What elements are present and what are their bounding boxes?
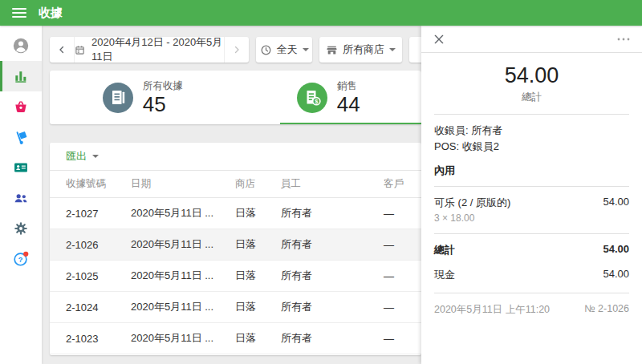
receipt-info: 收銀員: 所有者 POS: 收銀員2: [434, 115, 629, 160]
all-receipts-icon: [103, 83, 133, 113]
clock-icon: [260, 44, 272, 56]
col-date: 日期: [131, 177, 235, 191]
grand-total-amount: 54.00: [603, 243, 629, 257]
item-name: 可乐 (2 / 原版的): [434, 196, 510, 210]
receipt-total-amount: 54.00: [434, 63, 629, 88]
all-receipts-label: 所有收據: [143, 79, 183, 93]
tab-all-receipts[interactable]: 所有收據 45: [50, 71, 236, 124]
svg-text:?: ?: [18, 256, 23, 264]
overflow-menu-button[interactable]: [616, 37, 631, 42]
chevron-down-icon: [92, 155, 99, 158]
receipt-total-block: 54.00 總計: [434, 53, 629, 115]
chevron-left-icon: [56, 44, 67, 55]
calendar-icon: [75, 44, 85, 56]
item-qty-price: 3 × 18.00: [434, 212, 629, 224]
date-range-value[interactable]: 2020年4月12日 - 2020年5月11日: [74, 37, 225, 63]
receipt-totals: 總計 54.00 現金 54.00: [434, 234, 629, 293]
time-filter-value: 全天: [277, 42, 298, 57]
close-icon: [433, 33, 445, 46]
table-row[interactable]: 2-1023 2020年5月11日 ... 日落 所有者 —: [50, 323, 421, 354]
receipt-datetime: 2020年5月11日 上午11:20: [434, 303, 550, 317]
sidebar-item-employees[interactable]: [0, 152, 42, 183]
table-row[interactable]: 2-1025 2020年5月11日 ... 日落 所有者 —: [50, 261, 421, 292]
filter-bar: 2020年4月12日 - 2020年5月11日 全天 所有商店: [50, 37, 446, 63]
selected-tab-indicator: [280, 123, 422, 125]
sidebar-item-inventory[interactable]: [0, 122, 42, 152]
summary-card: 所有收據 45 $ 銷售 44: [50, 71, 421, 124]
id-card-icon: [13, 160, 29, 176]
bar-chart-icon: [13, 68, 29, 84]
time-filter-button[interactable]: 全天: [256, 37, 312, 63]
col-customer: 客戶: [384, 177, 421, 191]
sales-icon: $: [297, 83, 327, 113]
sidebar-item-reports[interactable]: [0, 61, 42, 91]
chevron-down-icon: [389, 48, 396, 51]
top-bar: 收據: [0, 0, 642, 26]
date-range-text: 2020年4月12日 - 2020年5月11日: [91, 35, 224, 64]
col-store: 商店: [235, 177, 281, 191]
table-row[interactable]: 2-1027 2020年5月11日 ... 日落 所有者 —: [50, 198, 421, 229]
receipt-detail-panel: 54.00 總計 收銀員: 所有者 POS: 收銀員2 內用 可乐 (2 / 原…: [421, 26, 642, 364]
store-filter-button[interactable]: 所有商店: [319, 37, 402, 63]
table-row-selected[interactable]: 2-1026 2020年5月11日 ... 日落 所有者 —: [50, 229, 421, 261]
sidebar-item-settings[interactable]: [0, 213, 42, 244]
help-icon: ?: [12, 250, 30, 268]
basket-icon: [13, 99, 29, 115]
receipt-panel-header: [421, 26, 642, 53]
sidebar: ?: [0, 26, 42, 364]
page-title: 收據: [39, 6, 63, 21]
pos-line: POS: 收銀員2: [434, 139, 629, 155]
profile-icon: [12, 37, 30, 55]
all-receipts-count: 45: [143, 94, 183, 115]
export-label: 匯出: [66, 149, 87, 164]
receipt-footer: 2020年5月11日 上午11:20 № 2-1026: [434, 293, 629, 326]
sidebar-item-items[interactable]: [0, 91, 42, 122]
sales-count: 44: [337, 94, 360, 115]
notification-badge: [23, 252, 28, 257]
menu-icon[interactable]: [12, 8, 26, 18]
col-employee: 員工: [281, 177, 384, 191]
prev-period-button[interactable]: [50, 37, 74, 63]
item-amount: 54.00: [603, 196, 629, 210]
sidebar-item-profile[interactable]: [0, 30, 42, 61]
cash-amount: 54.00: [603, 268, 629, 282]
store-icon: [326, 44, 338, 56]
table-row[interactable]: 2-1024 2020年5月11日 ... 日落 所有者 —: [50, 292, 421, 323]
grand-total-label: 總計: [434, 243, 455, 257]
receipt-total-label: 總計: [434, 91, 629, 104]
gear-icon: [13, 220, 29, 237]
cashier-line: 收銀員: 所有者: [434, 123, 629, 139]
sales-label: 銷售: [337, 79, 360, 93]
export-dropdown[interactable]: 匯出: [50, 143, 421, 171]
sidebar-item-customers[interactable]: [0, 183, 42, 213]
people-icon: [13, 190, 29, 206]
chevron-right-icon: [231, 44, 242, 55]
receipt-number: № 2-1026: [584, 303, 629, 317]
cash-label: 現金: [434, 268, 455, 282]
chevron-down-icon: [303, 48, 309, 51]
hand-truck-icon: [13, 129, 29, 145]
tab-sales[interactable]: $ 銷售 44: [236, 71, 422, 124]
date-range-picker[interactable]: 2020年4月12日 - 2020年5月11日: [50, 37, 249, 63]
close-button[interactable]: [433, 33, 445, 46]
store-filter-value: 所有商店: [343, 42, 384, 57]
next-period-button[interactable]: [225, 37, 249, 63]
receipt-item: 可乐 (2 / 原版的) 54.00 3 × 18.00: [434, 187, 629, 234]
table-header-row: 收據號碼 日期 商店 員工 客戶: [50, 171, 421, 198]
order-type-label: 內用: [434, 160, 629, 187]
more-options-icon: [616, 37, 631, 42]
receipts-table: 匯出 收據號碼 日期 商店 員工 客戶 2-1027 2020年5月11日 ..…: [50, 143, 421, 355]
sidebar-item-help[interactable]: ?: [0, 244, 42, 274]
col-receipt-number: 收據號碼: [66, 177, 131, 191]
